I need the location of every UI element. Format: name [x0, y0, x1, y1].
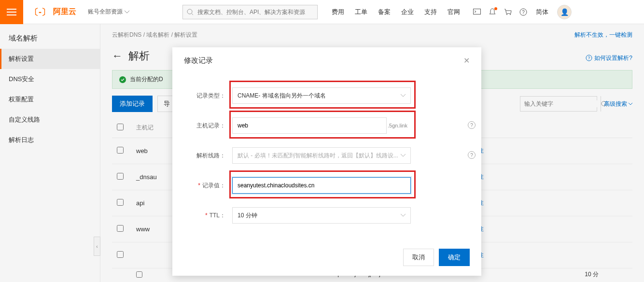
hamburger-menu[interactable]	[0, 0, 23, 24]
nav-support[interactable]: 支持	[424, 8, 437, 16]
help-icon[interactable]: ?	[468, 121, 476, 129]
record-type-select[interactable]: CNAME- 将域名指向另外一个域名	[232, 87, 411, 104]
svg-rect-1	[7, 12, 16, 13]
search-input[interactable]	[197, 9, 317, 15]
brand-text: 阿里云	[53, 7, 76, 17]
search-icon	[187, 9, 194, 15]
ttl-label: TTL：	[184, 212, 232, 220]
svg-rect-5	[474, 9, 481, 14]
host-record-label: 主机记录：	[184, 122, 232, 130]
svg-text:?: ?	[522, 10, 525, 15]
chevron-down-icon	[401, 94, 406, 97]
close-icon[interactable]: ✕	[463, 56, 470, 65]
avatar[interactable]: 👤	[557, 5, 572, 19]
scope-selector[interactable]: 账号全部资源	[88, 8, 129, 16]
terminal-icon[interactable]	[469, 4, 485, 20]
svg-point-6	[506, 14, 507, 15]
nav-enterprise[interactable]: 企业	[401, 8, 414, 16]
nav-official[interactable]: 官网	[448, 8, 460, 16]
svg-rect-0	[7, 9, 16, 10]
record-value-label: 记录值：	[184, 182, 232, 190]
record-type-label: 记录类型：	[184, 92, 232, 100]
notification-icon[interactable]	[485, 4, 500, 20]
svg-point-7	[510, 14, 511, 15]
nav-icp[interactable]: 备案	[378, 8, 391, 16]
record-value-input[interactable]	[232, 177, 411, 194]
host-suffix: .5gn.link	[388, 117, 407, 134]
chevron-down-icon	[125, 11, 129, 14]
chevron-down-icon	[401, 154, 406, 157]
ttl-select[interactable]: 10 分钟	[232, 207, 411, 224]
global-search[interactable]	[182, 5, 318, 19]
brand-logo[interactable]: 〔-〕 阿里云	[23, 6, 83, 18]
aliyun-icon: 〔-〕	[30, 6, 50, 18]
help-icon[interactable]: ?	[468, 151, 476, 159]
help-icon[interactable]: ?	[516, 4, 531, 20]
svg-rect-2	[7, 14, 16, 15]
cart-icon[interactable]	[500, 4, 516, 20]
svg-point-3	[187, 9, 192, 14]
svg-line-4	[192, 14, 193, 15]
lang-switch[interactable]: 简体	[536, 8, 548, 16]
nav-ticket[interactable]: 工单	[355, 8, 367, 16]
modal-title: 修改记录	[184, 56, 213, 65]
host-record-input[interactable]	[232, 117, 387, 134]
edit-record-modal: 修改记录 ✕ 记录类型： CNAME- 将域名指向另外一个域名 主机记录： .5…	[172, 47, 481, 276]
nav-fee[interactable]: 费用	[332, 8, 344, 16]
ok-button[interactable]: 确定	[439, 249, 470, 266]
cancel-button[interactable]: 取消	[403, 249, 434, 266]
line-select[interactable]: 默认 - 必填！未匹配到智能解析线路时，返回【默认】线路设...	[232, 147, 411, 164]
chevron-down-icon	[401, 214, 406, 217]
line-label: 解析线路：	[184, 152, 232, 160]
